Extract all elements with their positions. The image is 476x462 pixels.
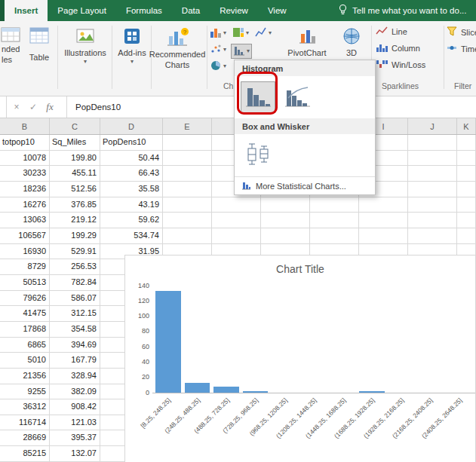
recommended-pivottables-button-partial[interactable]	[0, 27, 24, 44]
cell[interactable]	[408, 151, 457, 167]
cell[interactable]	[310, 197, 359, 213]
cell[interactable]: 17868	[0, 322, 50, 338]
cell[interactable]: 782.84	[50, 275, 100, 291]
recommended-charts-button[interactable]: ? Recommended Charts	[149, 27, 205, 69]
cell[interactable]: 376.85	[50, 197, 100, 213]
cell[interactable]	[457, 182, 476, 197]
tab-formulas[interactable]: Formulas	[116, 0, 172, 21]
tab-view[interactable]: View	[258, 0, 296, 21]
column-header-B[interactable]: B	[0, 118, 50, 134]
histogram-bar[interactable]	[213, 387, 239, 393]
cancel-icon[interactable]: ×	[9, 96, 24, 118]
histogram-bar[interactable]	[243, 391, 269, 393]
cell[interactable]	[408, 213, 457, 228]
cell[interactable]: 79626	[0, 291, 50, 307]
cell[interactable]: 50513	[0, 275, 50, 291]
column-header-J[interactable]: J	[408, 118, 457, 134]
insert-hierarchy-chart-button[interactable]: ▾	[232, 27, 249, 39]
cell[interactable]: 394.69	[50, 338, 100, 353]
sparkline-line-button[interactable]: Line	[376, 26, 407, 37]
cell[interactable]	[408, 182, 457, 197]
cell[interactable]: 167.79	[50, 353, 100, 369]
cell[interactable]	[457, 151, 476, 167]
cell[interactable]: 85215	[0, 446, 50, 462]
cell[interactable]: 256.53	[50, 259, 100, 275]
column-header-D[interactable]: D	[100, 118, 163, 134]
chart[interactable]: Chart Title 020406080100120140[8.25, 248…	[124, 255, 476, 462]
column-header-C[interactable]: C	[50, 118, 100, 134]
chevron-down-icon[interactable]: ▾	[269, 30, 272, 36]
cell[interactable]: 5010	[0, 353, 50, 369]
insert-scatter-chart-button[interactable]: ▾	[210, 44, 226, 56]
table-button[interactable]: Table	[23, 27, 56, 62]
cell[interactable]: 132.07	[50, 446, 100, 462]
histogram-bar[interactable]	[185, 383, 210, 393]
cell[interactable]: PopDens10	[100, 135, 163, 151]
cell[interactable]: 16930	[0, 244, 50, 260]
cell[interactable]	[457, 213, 476, 228]
cell[interactable]	[212, 197, 261, 213]
cell[interactable]: 312.15	[50, 306, 100, 322]
timeline-button[interactable]: Time	[447, 43, 476, 54]
cell[interactable]: 50.44	[100, 151, 163, 167]
cell[interactable]: 43.19	[100, 197, 163, 213]
chevron-down-icon[interactable]: ▾	[247, 48, 250, 54]
insert-column-chart-button[interactable]: ▾	[210, 27, 226, 39]
cell[interactable]	[408, 197, 457, 213]
chart-title[interactable]: Chart Title	[125, 263, 475, 275]
cell[interactable]	[310, 228, 359, 244]
cell[interactable]: 908.42	[50, 399, 100, 415]
cell[interactable]	[408, 166, 457, 182]
slicer-button[interactable]: Slice	[447, 26, 476, 38]
tab-page-layout[interactable]: Page Layout	[48, 0, 116, 21]
box-whisker-chart-option[interactable]	[241, 139, 275, 171]
cell[interactable]: 13063	[0, 213, 50, 228]
cell[interactable]	[261, 197, 310, 213]
cell[interactable]: 121.03	[50, 415, 100, 431]
cell[interactable]: 41475	[0, 306, 50, 322]
cell[interactable]: 28669	[0, 430, 50, 446]
cell[interactable]: 455.11	[50, 166, 100, 182]
cell[interactable]: 8729	[0, 259, 50, 275]
insert-function-icon[interactable]: fx	[42, 96, 57, 118]
cell[interactable]	[163, 228, 212, 244]
cell[interactable]: 199.29	[50, 228, 100, 244]
histogram-chart-option[interactable]	[241, 81, 275, 113]
cell[interactable]: 35.58	[100, 182, 163, 197]
addins-button[interactable]: Add-ins ▾	[115, 27, 149, 65]
chevron-down-icon[interactable]: ▾	[223, 30, 226, 36]
chevron-down-icon[interactable]: ▾	[223, 63, 226, 69]
cell[interactable]: 9255	[0, 384, 50, 400]
tab-insert[interactable]: Insert	[5, 0, 48, 21]
cell[interactable]: 106567	[0, 228, 50, 244]
cell[interactable]: 59.62	[100, 213, 163, 228]
cell[interactable]	[457, 228, 476, 244]
cell[interactable]: 16276	[0, 197, 50, 213]
cell[interactable]: Sq_Miles	[50, 135, 100, 151]
cell[interactable]	[163, 197, 212, 213]
cell[interactable]	[163, 135, 212, 151]
cell[interactable]	[359, 228, 408, 244]
tab-review[interactable]: Review	[210, 0, 258, 21]
cell[interactable]: 30233	[0, 166, 50, 182]
insert-line-chart-button[interactable]: ▾	[255, 27, 272, 39]
tab-data[interactable]: Data	[172, 0, 210, 21]
column-header-E[interactable]: E	[163, 118, 212, 134]
cell[interactable]	[212, 228, 261, 244]
sparkline-winloss-button[interactable]: Win/Loss	[376, 60, 425, 70]
cell[interactable]	[457, 166, 476, 182]
pareto-chart-option[interactable]	[280, 81, 315, 113]
3d-map-button[interactable]: 3D	[335, 27, 368, 57]
illustrations-button[interactable]: Illustrations ▾	[60, 27, 110, 65]
more-statistical-charts[interactable]: More Statistical Charts...	[235, 176, 375, 194]
cell[interactable]	[163, 166, 212, 182]
cell[interactable]: 116714	[0, 415, 50, 431]
tell-me-box[interactable]: Tell me what you want to do...	[338, 0, 467, 21]
cell[interactable]: 529.91	[50, 244, 100, 260]
histogram-bar[interactable]	[155, 291, 181, 393]
cell[interactable]	[212, 213, 261, 228]
cell[interactable]: 66.43	[100, 166, 163, 182]
cell[interactable]	[359, 197, 408, 213]
chevron-down-icon[interactable]: ▾	[223, 47, 226, 53]
cell[interactable]: 6865	[0, 338, 50, 353]
